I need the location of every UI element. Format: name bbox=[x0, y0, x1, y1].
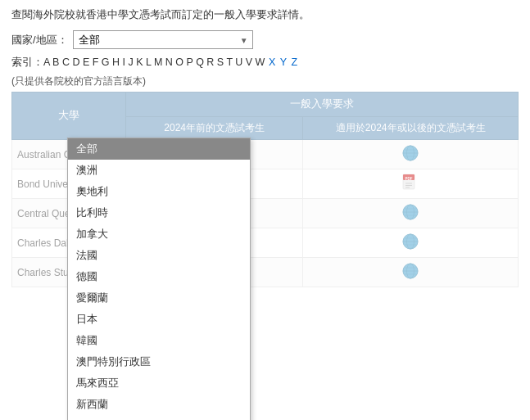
dropdown-item[interactable]: 法國 bbox=[68, 245, 250, 266]
dropdown-item[interactable]: 澳門特別行政區 bbox=[68, 351, 250, 373]
globe-icon[interactable] bbox=[401, 144, 419, 162]
dropdown-overlay[interactable]: 全部澳洲奧地利比利時加拿大法國德國愛爾蘭日本韓國澳門特別行政區馬來西亞新西蘭新加… bbox=[67, 138, 251, 420]
globe-icon[interactable] bbox=[401, 262, 419, 280]
col-before-header: 2024年前的文憑試考生 bbox=[126, 117, 303, 140]
country-select[interactable]: 全部 bbox=[73, 30, 253, 49]
after-icon-cell[interactable] bbox=[303, 258, 519, 287]
pdf-icon[interactable]: PDF bbox=[401, 174, 419, 192]
after-icon-cell[interactable] bbox=[303, 228, 519, 258]
dropdown-item[interactable]: 新西蘭 bbox=[68, 394, 250, 415]
dropdown-item[interactable]: 奧地利 bbox=[68, 181, 250, 202]
intro-text: 查閱海外院校就香港中學文憑考試而訂定的一般入學要求詳情。 bbox=[11, 8, 519, 22]
dropdown-item[interactable]: 全部 bbox=[68, 138, 250, 160]
globe-icon[interactable] bbox=[401, 233, 419, 251]
after-icon-cell[interactable] bbox=[303, 199, 519, 228]
after-icon-cell[interactable] bbox=[303, 140, 519, 169]
dropdown-item[interactable]: 日本 bbox=[68, 309, 250, 330]
index-label: 索引：A B C D E F G H I J K L M N O P Q R S… bbox=[11, 56, 268, 68]
index-z[interactable]: Z bbox=[292, 56, 298, 68]
dropdown-item[interactable]: 馬來西亞 bbox=[68, 373, 250, 394]
col-req-header: 一般入學要求 bbox=[126, 93, 519, 117]
globe-icon[interactable] bbox=[401, 203, 419, 221]
dropdown-item[interactable]: 新加坡 bbox=[68, 415, 250, 420]
dropdown-item[interactable]: 韓國 bbox=[68, 330, 250, 351]
svg-text:PDF: PDF bbox=[405, 177, 413, 181]
dropdown-item[interactable]: 愛爾蘭 bbox=[68, 287, 250, 309]
dropdown-item[interactable]: 澳洲 bbox=[68, 160, 250, 181]
filter-label: 國家/地區： bbox=[11, 33, 68, 47]
after-icon-cell[interactable]: PDF bbox=[303, 169, 519, 199]
index-y[interactable]: Y bbox=[280, 56, 287, 68]
col-uni-header: 大學 bbox=[12, 93, 126, 140]
dropdown-item[interactable]: 加拿大 bbox=[68, 224, 250, 245]
index-x[interactable]: X bbox=[269, 56, 275, 68]
note-row: (只提供各院校的官方語言版本) bbox=[11, 75, 519, 88]
table-container: 大學 一般入學要求 2024年前的文憑試考生 適用於2024年或以後的文憑試考生… bbox=[11, 92, 519, 287]
country-select-wrapper[interactable]: 全部 ▼ bbox=[73, 30, 253, 49]
col-after-header: 適用於2024年或以後的文憑試考生 bbox=[303, 117, 519, 140]
dropdown-item[interactable]: 比利時 bbox=[68, 202, 250, 224]
dropdown-item[interactable]: 德國 bbox=[68, 266, 250, 287]
index-row: 索引：A B C D E F G H I J K L M N O P Q R S… bbox=[11, 56, 519, 70]
